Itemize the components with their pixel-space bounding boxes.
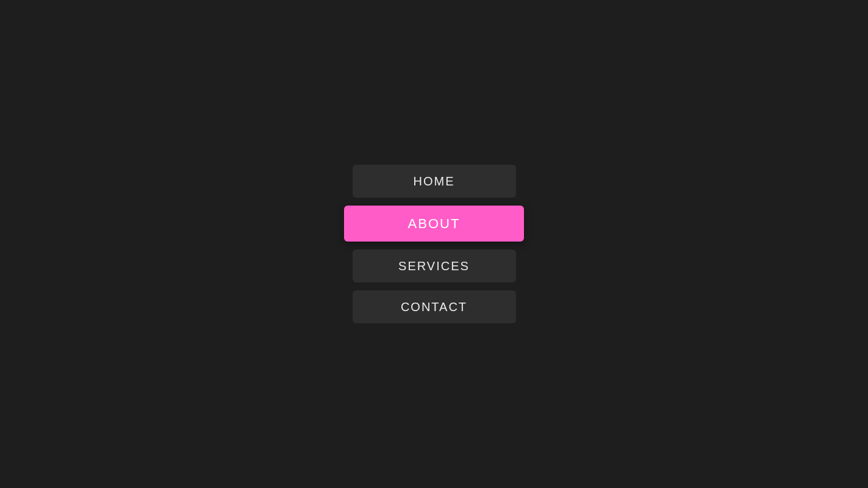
nav-item-label: About xyxy=(408,216,461,232)
nav-menu: Home About Services Contact xyxy=(344,165,524,323)
nav-item-home[interactable]: Home xyxy=(353,165,516,198)
nav-item-label: Contact xyxy=(401,300,467,314)
nav-item-label: Home xyxy=(414,174,455,188)
nav-item-label: Services xyxy=(398,259,470,273)
nav-item-about[interactable]: About xyxy=(344,206,524,242)
nav-item-contact[interactable]: Contact xyxy=(353,290,516,323)
nav-item-services[interactable]: Services xyxy=(353,249,516,282)
